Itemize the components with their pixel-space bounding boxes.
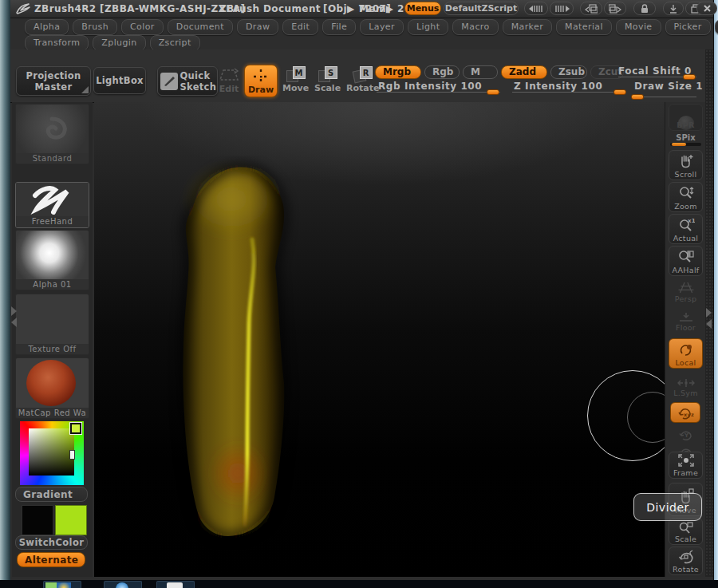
local-pivot-icon xyxy=(677,342,695,358)
menu-brush[interactable]: Brush xyxy=(73,19,117,35)
menu-light[interactable]: Light xyxy=(408,19,448,35)
divider-arrow-right-icon[interactable] xyxy=(706,308,712,318)
menu-macro[interactable]: Macro xyxy=(452,19,498,35)
aahalf-button[interactable]: AAHalf xyxy=(669,246,703,276)
spix-slider-track[interactable] xyxy=(670,143,701,146)
projection-master-button[interactable]: Projection Master xyxy=(16,66,91,96)
menu-material[interactable]: Material xyxy=(556,19,612,35)
tray-divider-arrow-right-icon[interactable] xyxy=(11,306,17,316)
switch-color-button[interactable]: SwitchColor xyxy=(15,535,88,550)
document-canvas[interactable] xyxy=(94,102,665,577)
menu-preferences[interactable]: Preferences xyxy=(715,19,718,35)
tray-divider-arrow-left-icon[interactable] xyxy=(11,318,17,327)
window-prev-button[interactable] xyxy=(580,2,602,15)
edit-button[interactable]: Edit xyxy=(215,67,243,94)
top-shelf: Projection Master LightBox Quick Sketch … xyxy=(10,49,713,103)
rgb-button[interactable]: Rgb xyxy=(424,65,460,79)
scroll-label: Scroll xyxy=(675,170,697,179)
menu-marker[interactable]: Marker xyxy=(503,19,552,35)
persp-button[interactable]: Persp xyxy=(669,280,703,305)
rgb-intensity-track[interactable] xyxy=(377,92,500,93)
menu-zscript[interactable]: Zscript xyxy=(150,35,200,51)
rotate-canvas-button[interactable]: Rotate xyxy=(669,547,703,575)
scale-canvas-button[interactable]: Scale xyxy=(669,518,703,545)
current-texture-item[interactable]: Texture Off xyxy=(15,294,89,355)
rgb-intensity-label: Rgb Intensity 100 xyxy=(378,81,482,92)
menu-transform[interactable]: Transform xyxy=(25,35,89,51)
local-label: Local xyxy=(675,358,696,367)
quick-sketch-button[interactable]: Quick Sketch xyxy=(157,66,218,96)
z-intensity-handle[interactable] xyxy=(613,89,626,95)
menu-edit[interactable]: Edit xyxy=(282,19,318,35)
edit-gizmo-icon xyxy=(219,67,239,83)
y-rotate-button[interactable]: Y xyxy=(669,426,703,444)
menu-color[interactable]: Color xyxy=(121,19,164,35)
scrub-right-button[interactable] xyxy=(550,2,574,15)
current-stroke-item[interactable]: FreeHand xyxy=(15,182,89,228)
color-picker[interactable] xyxy=(20,421,84,485)
menu-file[interactable]: File xyxy=(322,19,356,35)
taskbar-item[interactable] xyxy=(104,581,142,588)
z-intensity-track[interactable] xyxy=(512,92,626,93)
document-title: ZBrush Document xyxy=(219,3,321,14)
right-tray-divider[interactable] xyxy=(705,49,713,577)
gradient-button[interactable]: Gradient xyxy=(15,487,88,502)
zoom-button[interactable]: Zoom xyxy=(669,182,703,212)
frame-button[interactable]: Frame xyxy=(669,452,703,479)
frame-icon xyxy=(677,452,696,468)
alternate-button[interactable]: Alternate xyxy=(17,552,85,567)
floor-label: Floor xyxy=(676,323,696,332)
taskbar-item[interactable] xyxy=(43,581,81,588)
menu-draw[interactable]: Draw xyxy=(237,19,278,35)
xyz-rotate-button[interactable]: xyz xyxy=(670,402,700,423)
color-picker-sv-square[interactable] xyxy=(29,428,74,476)
color-picker-cursor[interactable] xyxy=(70,423,81,434)
taskbar-item[interactable] xyxy=(156,581,195,588)
svg-text:x1: x1 xyxy=(688,218,695,224)
secondary-color-swatch[interactable] xyxy=(55,505,87,535)
spix-slider-handle[interactable] xyxy=(672,143,686,146)
zsub-button[interactable]: Zsub xyxy=(550,65,587,79)
menu-layer[interactable]: Layer xyxy=(360,19,404,35)
zadd-button[interactable]: Zadd xyxy=(501,65,547,79)
local-button[interactable]: Local xyxy=(669,338,703,369)
scrub-left-button[interactable] xyxy=(524,2,548,15)
persp-label: Persp xyxy=(675,294,697,303)
focal-shift-handle[interactable] xyxy=(683,74,696,80)
menu-picker[interactable]: Picker xyxy=(665,19,711,35)
menu-movie[interactable]: Movie xyxy=(616,19,661,35)
menu-zplugin[interactable]: Zplugin xyxy=(93,35,145,51)
lightbox-button[interactable]: LightBox xyxy=(93,67,146,94)
projection-master-label: Projection Master xyxy=(20,70,87,93)
draw-mode-button[interactable]: Draw xyxy=(244,65,278,97)
draw-size-handle[interactable] xyxy=(631,94,644,100)
lsym-button[interactable]: L.Sym xyxy=(669,373,703,399)
aahalf-label: AAHalf xyxy=(672,266,699,274)
actual-button[interactable]: x1 Actual xyxy=(669,214,703,244)
scale-mode-button[interactable]: S Scale xyxy=(314,66,341,93)
rgb-intensity-handle[interactable] xyxy=(487,89,499,95)
menu-alpha[interactable]: Alpha xyxy=(25,19,69,35)
current-alpha-item[interactable]: Alpha 01 xyxy=(15,230,89,290)
magnifier-half-icon xyxy=(677,248,695,266)
mrgb-button[interactable]: Mrgb xyxy=(375,65,421,79)
scroll-button[interactable]: Scroll xyxy=(669,150,703,180)
bpr-button[interactable]: BPR xyxy=(669,104,703,131)
lock-button[interactable] xyxy=(633,2,656,15)
minimize-button[interactable] xyxy=(663,2,684,15)
divider-arrow-left-icon[interactable] xyxy=(706,319,712,329)
scrub-left-icon xyxy=(528,5,544,13)
close-button[interactable] xyxy=(696,2,717,15)
main-color-swatch[interactable] xyxy=(22,505,53,535)
screen: ZBrush4R2 [ZBBA-WMKG-ASHJ-ZXEA] ZBrush D… xyxy=(0,0,718,588)
menu-document[interactable]: Document xyxy=(168,19,233,35)
rotate-label: Rotate xyxy=(346,83,379,93)
window-next-button[interactable] xyxy=(604,2,626,15)
floor-button[interactable]: Floor xyxy=(669,311,703,333)
menus-button[interactable]: Menus xyxy=(404,2,441,15)
default-zscript-button[interactable]: DefaultZScript xyxy=(444,2,519,15)
m-button[interactable]: M xyxy=(463,65,498,79)
current-material-item[interactable]: MatCap Red Wa xyxy=(15,357,89,419)
move-mode-button[interactable]: M Move xyxy=(282,66,309,93)
current-brush-item[interactable]: Standard xyxy=(15,104,89,164)
